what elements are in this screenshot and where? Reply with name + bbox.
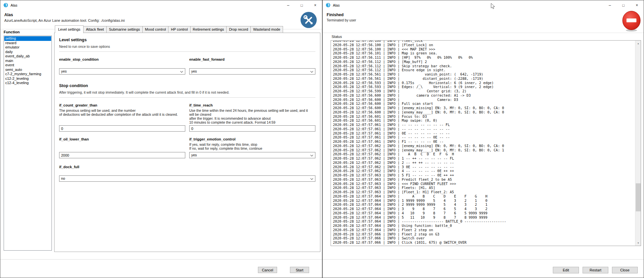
field-label: if_dock_full bbox=[59, 165, 315, 169]
close-icon[interactable]: × bbox=[630, 0, 644, 10]
function-list-item[interactable]: c12-2_leveling bbox=[4, 77, 51, 81]
mouse-cursor bbox=[491, 3, 495, 9]
tab[interactable]: Level settings bbox=[55, 25, 84, 33]
edit-button[interactable]: Edit bbox=[553, 267, 579, 273]
field-label: if_count_greater_than bbox=[59, 103, 185, 107]
function-list-item[interactable]: reward bbox=[4, 41, 51, 46]
log-line: 2020-05-28 12:07:57.061 | INFO | -- -- -… bbox=[333, 135, 635, 139]
log-lines: 2020-05-28 12:07:56.100 | INFO | fleet_l… bbox=[331, 41, 635, 245]
select-value: no bbox=[61, 176, 65, 180]
window-title: Alas bbox=[333, 3, 340, 7]
tab[interactable]: Mood control bbox=[142, 26, 169, 33]
alas-status-window: Alas – □ × Finished Terminated by user S… bbox=[322, 0, 644, 278]
titlebar[interactable]: Alas – □ × bbox=[323, 0, 644, 10]
log-line: 2020-05-28 12:07:56.593 | INFO | Edges: … bbox=[333, 85, 635, 89]
footer-divider bbox=[0, 259, 322, 260]
log-line: 2020-05-28 12:07:56.600 | INFO | [enemy_… bbox=[333, 110, 635, 114]
log-scrollbar[interactable]: ▲ ▼ bbox=[635, 41, 641, 246]
log-line: 2020-05-28 12:07:57.062 | INFO | 2 -- ++… bbox=[333, 161, 635, 165]
function-list-item[interactable]: setting bbox=[4, 36, 51, 41]
tab[interactable]: Drop record bbox=[226, 26, 251, 33]
start-button[interactable]: Start bbox=[290, 267, 309, 273]
function-list-item[interactable]: c12-4_leveling bbox=[4, 81, 51, 85]
status-label: Status bbox=[332, 35, 342, 39]
if-oil-lower-than-input[interactable] bbox=[59, 152, 185, 158]
log-line: 2020-05-28 12:07:57.066 | INFO | Click (… bbox=[333, 240, 635, 245]
if-count-greater-than-input[interactable] bbox=[59, 125, 185, 132]
close-icon[interactable]: × bbox=[308, 0, 322, 10]
log-line: 2020-05-28 12:07:57.062 | INFO | [enemy_… bbox=[333, 148, 635, 152]
cancel-button[interactable]: Cancel bbox=[258, 267, 277, 273]
function-list-item[interactable]: main bbox=[4, 59, 51, 63]
function-list-item[interactable]: c7-2_mystery_farming bbox=[4, 72, 51, 77]
field-label: if_trigger_emotion_control bbox=[189, 137, 315, 141]
tab[interactable]: Wasteland mode bbox=[250, 26, 283, 33]
tab[interactable]: Submarine settings bbox=[106, 26, 143, 33]
log-line: 2020-05-28 12:07:57.064 | INFO | 3 9 8 7… bbox=[333, 207, 635, 211]
log-line: 2020-05-28 12:07:57.063 | INFO | <<< FIN… bbox=[333, 182, 635, 186]
select-value: yes bbox=[191, 153, 197, 157]
level-settings-panel: Level settings Need to run once to save … bbox=[54, 33, 320, 252]
maximize-icon[interactable]: □ bbox=[295, 0, 308, 10]
header: Finished Terminated by user bbox=[323, 10, 644, 33]
function-list-item[interactable]: daily bbox=[4, 50, 51, 54]
alas-config-window: Alas – □ × Alas AzurLaneAutoScript, An A… bbox=[0, 0, 322, 278]
log-line: 2020-05-28 12:07:57.061 | INFO | 0E -- -… bbox=[333, 131, 635, 136]
field-desc: If yes, wait for reply, complete this ti… bbox=[189, 142, 315, 150]
function-list-item[interactable]: semi_auto bbox=[4, 68, 51, 72]
log-line: 2020-05-28 12:07:57.063 | INFO | 5 F1 --… bbox=[333, 173, 635, 177]
group-desc-level-settings: Need to run once to save options bbox=[59, 45, 315, 48]
scrollbar-thumb[interactable] bbox=[636, 183, 641, 211]
log-line: 2020-05-28 12:07:56.599 | INFO | Center … bbox=[333, 89, 635, 93]
if-dock-full-select[interactable]: no bbox=[59, 175, 315, 182]
field-desc: Use the time within the next 24 hours, t… bbox=[189, 108, 315, 124]
log-line: 2020-05-28 12:07:57.061 | INFO | -- -- -… bbox=[333, 123, 635, 127]
group-title-stop-condition: Stop condition bbox=[59, 83, 315, 88]
tab[interactable]: HP control bbox=[168, 26, 190, 33]
minimize-icon[interactable]: – bbox=[281, 0, 295, 10]
enable-fast-forward-select[interactable]: yes bbox=[189, 68, 315, 75]
maximize-icon[interactable]: □ bbox=[617, 0, 630, 10]
scroll-up-icon[interactable]: ▲ bbox=[635, 41, 641, 46]
function-list-item[interactable]: event bbox=[4, 63, 51, 68]
log-line: 2020-05-28 12:07:57.066 | INFO | Fleet_2… bbox=[333, 232, 635, 236]
log-line: 2020-05-28 12:07:57.062 | INFO | [enemy_… bbox=[333, 144, 635, 148]
log-line: 2020-05-28 12:07:57.063 | INFO | [Fleet_… bbox=[333, 190, 635, 194]
tab[interactable]: Attack fleet bbox=[83, 26, 106, 33]
alas-app-icon bbox=[326, 3, 331, 8]
if-trigger-emotion-control-select[interactable]: yes bbox=[189, 152, 315, 158]
log-line: 2020-05-28 12:07:57.066 | INFO | Switch … bbox=[333, 236, 635, 240]
function-list-item[interactable]: emulator bbox=[4, 45, 51, 50]
log-line: 2020-05-28 12:07:56.100 | INFO | <<< MAP… bbox=[333, 47, 635, 51]
field-label: enable_stop_condition bbox=[59, 57, 185, 61]
minimize-icon[interactable]: – bbox=[603, 0, 617, 10]
field-if-dock-full: if_dock_full no bbox=[59, 165, 315, 182]
enable-stop-condition-select[interactable]: yes bbox=[59, 68, 185, 75]
divider bbox=[59, 97, 315, 98]
log-line: 2020-05-28 12:07:57.064 | INFO | 4 10 9 … bbox=[333, 211, 635, 215]
status-title: Finished bbox=[327, 13, 343, 17]
log-line: 2020-05-28 12:07:56.101 | INFO | Map is … bbox=[333, 51, 635, 55]
field-enable-stop-condition: enable_stop_condition yes bbox=[59, 57, 185, 75]
log-line: 2020-05-28 12:07:57.064 | INFO | A B C D… bbox=[333, 194, 635, 199]
close-button[interactable]: Close bbox=[612, 267, 638, 273]
titlebar[interactable]: Alas – □ × bbox=[0, 0, 322, 10]
divider bbox=[59, 51, 315, 52]
page-subtitle: AzurLaneAutoScript, An Azur Lane automat… bbox=[4, 18, 125, 22]
log-line: 2020-05-28 12:07:56.100 | INFO | [Fleet_… bbox=[333, 43, 635, 47]
log-line: 2020-05-28 12:07:56.112 | INFO | Skip st… bbox=[333, 64, 635, 68]
tab[interactable]: Retirement settings bbox=[190, 26, 227, 33]
field-desc: The previous setting will be used, and t… bbox=[59, 108, 185, 116]
function-list-item[interactable]: event_daily_ab bbox=[4, 54, 51, 59]
log-viewport: 2020-05-28 12:07:56.100 | INFO | fleet_l… bbox=[331, 41, 635, 246]
page-title: Alas bbox=[4, 13, 13, 17]
status-subtitle: Terminated by user bbox=[327, 18, 356, 22]
log-line: 2020-05-28 12:07:56.601 | INFO | Map swi… bbox=[333, 118, 635, 123]
log-line: 2020-05-28 12:07:56.600 | INFO | [enemy_… bbox=[333, 106, 635, 110]
log-line: 2020-05-28 12:07:57.062 | INFO | 1 -- ++… bbox=[333, 156, 635, 161]
log-line: 2020-05-28 12:07:56.561 | INFO | distant… bbox=[333, 77, 635, 81]
if-time-reach-input[interactable] bbox=[189, 125, 315, 132]
restart-button[interactable]: Restart bbox=[583, 267, 608, 273]
field-label: if_oil_lower_than bbox=[59, 137, 185, 141]
scroll-down-icon[interactable]: ▼ bbox=[635, 240, 641, 246]
